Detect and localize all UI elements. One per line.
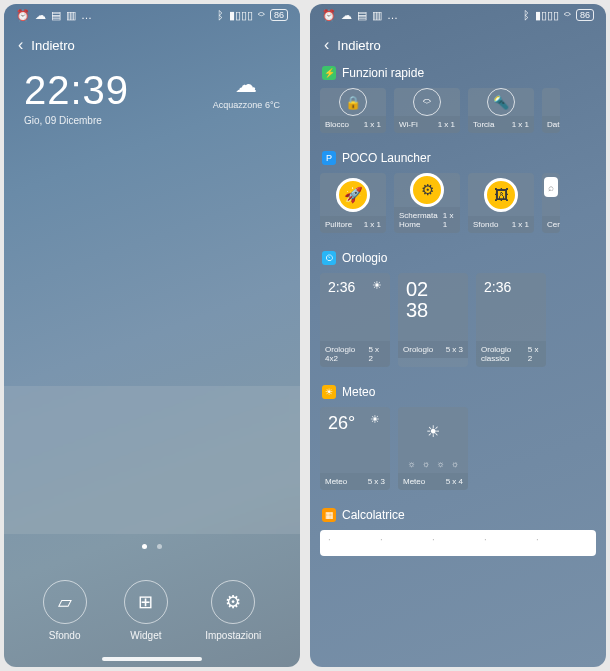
flashlight-icon: 🔦 [487,88,515,116]
section-title: Calcolatrice [342,508,405,522]
lock-icon: 🔒 [339,88,367,116]
signal-icon: ▮▯▯▯ [229,9,253,22]
wifi-icon: ⌔ [258,9,265,21]
back-label: Indietro [31,38,74,53]
section-poco-launcher: P POCO Launcher 🚀 Pulitore1 x 1 ⚙ Scherm… [320,147,596,233]
back-button[interactable]: ‹ Indietro [4,26,300,62]
clock-icon: ⏲ [322,251,336,265]
section-calcolatrice: ▦ Calcolatrice ····· [320,504,596,556]
icon-misc-2: ▥ [372,9,382,22]
section-meteo: ☀ Meteo 26° ☀ Meteo5 x 3 ☀ ☼☼☼☼ Meteo5 [320,381,596,490]
section-title: POCO Launcher [342,151,431,165]
chevron-left-icon: ‹ [324,36,329,54]
chevron-left-icon: ‹ [18,36,23,54]
widget-cerca-peek[interactable]: ⌕ Cerca [542,173,560,233]
battery-indicator: 86 [270,9,288,21]
more-icon: … [387,9,398,21]
status-bar: ⏰ ☁ ▤ ▥ … ᛒ ▮▯▯▯ ⌔ 86 [310,4,606,26]
picture-icon: 🖼 [484,178,518,212]
page-indicator [4,534,300,559]
bottom-actions: ▱ Sfondo ⊞ Widget ⚙ Impostazioni [4,566,300,657]
clock-date: Gio, 09 Dicembre [24,115,129,126]
widget-orologio[interactable]: 02 38 Orologio5 x 3 [398,273,468,367]
home-indicator[interactable] [102,657,202,661]
cloud-icon: ☁ [35,9,46,22]
icon-misc-2: ▥ [66,9,76,22]
section-title: Orologio [342,251,387,265]
dot [157,544,162,549]
weather-icon: ☀ [322,385,336,399]
action-impostazioni[interactable]: ⚙ Impostazioni [205,580,261,641]
icon-misc-1: ▤ [357,9,367,22]
weather-widget[interactable]: ☁ Acquazzone 6°C [213,72,280,110]
action-sfondo[interactable]: ▱ Sfondo [43,580,87,641]
wifi-icon: ⌔ [564,9,571,21]
settings-gear-icon: ⚙ [410,173,444,207]
cloud-icon: ☁ [341,9,352,22]
widget-wifi[interactable]: ⌔ Wi-Fi1 x 1 [394,88,460,133]
widgets-icon: ⊞ [138,591,153,613]
status-bar: ⏰ ☁ ▤ ▥ … ᛒ ▮▯▯▯ ⌔ 86 [4,4,300,26]
widget-pulitore[interactable]: 🚀 Pulitore1 x 1 [320,173,386,233]
clock-time: 22:39 [24,68,129,113]
clock-weather-row: 22:39 Gio, 09 Dicembre ☁ Acquazzone 6°C [4,62,300,126]
back-label: Indietro [337,38,380,53]
section-title: Meteo [342,385,375,399]
phone-right-widget-picker: ⏰ ☁ ▤ ▥ … ᛒ ▮▯▯▯ ⌔ 86 ‹ Indietro ⚡ Funzi… [310,4,606,667]
rain-cloud-icon: ☁ [235,72,257,98]
widget-orologio-classico[interactable]: 2:36 Orologio classico5 x 2 [476,273,546,367]
sun-icon: ☀ [370,413,380,426]
weather-label: Acquazzone 6°C [213,100,280,110]
icon-misc-1: ▤ [51,9,61,22]
wallpaper-icon: ▱ [58,591,72,613]
gear-icon: ⚙ [225,591,241,613]
widget-sfondo[interactable]: 🖼 Sfondo1 x 1 [468,173,534,233]
dot-active [142,544,147,549]
poco-icon: P [322,151,336,165]
battery-indicator: 86 [576,9,594,21]
calculator-icon: ▦ [322,508,336,522]
signal-icon: ▮▯▯▯ [535,9,559,22]
sun-icon: ☀ [406,413,460,449]
lightning-icon: ⚡ [322,66,336,80]
widget-meteo-5x4[interactable]: ☀ ☼☼☼☼ Meteo5 x 4 [398,407,468,490]
back-button[interactable]: ‹ Indietro [310,26,606,62]
widget-blocco[interactable]: 🔒 Blocco1 x 1 [320,88,386,133]
home-page-preview[interactable] [4,386,300,534]
bluetooth-icon: ᛒ [217,9,224,21]
sun-icon: ☀ [372,279,382,292]
phone-left-home-edit: ⏰ ☁ ▤ ▥ … ᛒ ▮▯▯▯ ⌔ 86 ‹ Indietro 22:39 G… [4,4,300,667]
widget-meteo-5x3[interactable]: 26° ☀ Meteo5 x 3 [320,407,390,490]
search-pill-icon: ⌕ [544,177,558,197]
widget-calcolatrice[interactable]: ····· [320,530,596,556]
widget-schermata-home[interactable]: ⚙ Schermata Home1 x 1 [394,173,460,233]
section-orologio: ⏲ Orologio 2:36 ☀ Orologio 4x25 x 2 02 3… [320,247,596,367]
alarm-icon: ⏰ [16,9,30,22]
widget-dati-peek[interactable]: Dati [542,88,560,133]
widget-orologio-4x2[interactable]: 2:36 ☀ Orologio 4x25 x 2 [320,273,390,367]
action-widget[interactable]: ⊞ Widget [124,580,168,641]
bluetooth-icon: ᛒ [523,9,530,21]
rocket-icon: 🚀 [336,178,370,212]
section-title: Funzioni rapide [342,66,424,80]
more-icon: … [81,9,92,21]
alarm-icon: ⏰ [322,9,336,22]
wifi-icon: ⌔ [413,88,441,116]
widget-torcia[interactable]: 🔦 Torcia1 x 1 [468,88,534,133]
section-funzioni-rapide: ⚡ Funzioni rapide 🔒 Blocco1 x 1 ⌔ Wi-Fi1… [320,62,596,133]
